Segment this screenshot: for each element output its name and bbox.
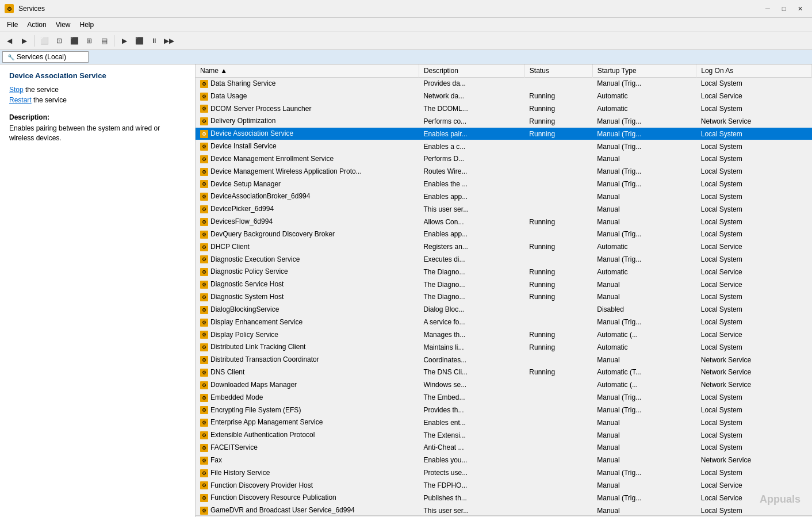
table-row[interactable]: ⚙DCOM Server Process Launcher The DCOML.… bbox=[196, 102, 812, 115]
toolbar-btn-5[interactable]: ▤ bbox=[97, 34, 111, 48]
toolbar-btn-1[interactable]: ⬜ bbox=[37, 34, 51, 48]
service-icon: ⚙ bbox=[200, 381, 208, 389]
service-name-cell: ⚙DeviceAssociationBroker_6d994 bbox=[196, 190, 419, 203]
table-row[interactable]: ⚙Distributed Link Tracking Client Mainta… bbox=[196, 341, 812, 354]
stop-link[interactable]: Stop bbox=[9, 86, 24, 94]
maximize-button[interactable]: □ bbox=[776, 3, 791, 14]
col-name[interactable]: Name ▲ bbox=[196, 64, 419, 78]
table-row[interactable]: ⚙Diagnostic System Host The Diagno... Ru… bbox=[196, 291, 812, 304]
service-startup-cell: Manual bbox=[592, 354, 696, 366]
toolbar-btn-2[interactable]: ⊡ bbox=[52, 34, 66, 48]
service-status-cell bbox=[524, 492, 592, 504]
table-row[interactable]: ⚙Distributed Transaction Coordinator Coo… bbox=[196, 354, 812, 366]
restart-button[interactable]: ▶▶ bbox=[162, 34, 176, 48]
service-logon-cell: Network Service bbox=[696, 115, 812, 128]
table-row[interactable]: ⚙GameDVR and Broadcast User Service_6d99… bbox=[196, 504, 812, 515]
stop-button[interactable]: ⬛ bbox=[132, 34, 146, 48]
table-row[interactable]: ⚙DevicesFlow_6d994 Allows Con... Running… bbox=[196, 216, 812, 228]
table-row[interactable]: ⚙Enterprise App Management Service Enabl… bbox=[196, 416, 812, 429]
table-row[interactable]: ⚙Display Policy Service Manages th... Ru… bbox=[196, 328, 812, 341]
table-row[interactable]: ⚙Data Sharing Service Provides da... Man… bbox=[196, 78, 812, 90]
service-startup-cell: Manual bbox=[592, 416, 696, 429]
service-startup-cell: Manual bbox=[592, 152, 696, 165]
service-startup-cell: Manual bbox=[592, 216, 696, 228]
service-status-cell: Running bbox=[524, 102, 592, 115]
menu-view[interactable]: View bbox=[51, 19, 75, 30]
table-row[interactable]: ⚙Delivery Optimization Performs co... Ru… bbox=[196, 115, 812, 128]
table-row[interactable]: ⚙Embedded Mode The Embed... Manual (Trig… bbox=[196, 391, 812, 404]
service-name-cell: ⚙File History Service bbox=[196, 466, 419, 479]
service-status-cell bbox=[524, 442, 592, 454]
service-logon-cell: Local System bbox=[696, 291, 812, 304]
toolbar-btn-3[interactable]: ⬛ bbox=[67, 34, 81, 48]
table-row[interactable]: ⚙DNS Client The DNS Cli... Running Autom… bbox=[196, 366, 812, 379]
service-startup-cell: Manual (Trig... bbox=[592, 178, 696, 190]
services-table[interactable]: Name ▲ Description Status Startup Type L… bbox=[196, 64, 812, 515]
menu-help[interactable]: Help bbox=[75, 19, 99, 30]
service-icon: ⚙ bbox=[200, 130, 208, 138]
table-row[interactable]: ⚙Fax Enables you... Manual Network Servi… bbox=[196, 454, 812, 466]
table-row[interactable]: ⚙DevQuery Background Discovery Broker En… bbox=[196, 228, 812, 240]
table-row[interactable]: ⚙DeviceAssociationBroker_6d994 Enables a… bbox=[196, 190, 812, 203]
service-desc-cell: Enables the ... bbox=[419, 178, 524, 190]
service-name-cell: ⚙Distributed Link Tracking Client bbox=[196, 341, 419, 354]
col-status[interactable]: Status bbox=[524, 64, 592, 78]
service-logon-cell: Local Service bbox=[696, 240, 812, 253]
menu-file[interactable]: File bbox=[2, 19, 22, 30]
minimize-button[interactable]: ─ bbox=[760, 3, 775, 14]
service-status-cell bbox=[524, 78, 592, 90]
service-startup-cell: Automatic bbox=[592, 341, 696, 354]
table-row[interactable]: ⚙Diagnostic Execution Service Executes d… bbox=[196, 253, 812, 266]
table-row[interactable]: ⚙Diagnostic Service Host The Diagno... R… bbox=[196, 278, 812, 291]
toolbar-btn-4[interactable]: ⊞ bbox=[82, 34, 96, 48]
table-row[interactable]: ⚙Downloaded Maps Manager Windows se... A… bbox=[196, 378, 812, 391]
service-icon: ⚙ bbox=[200, 293, 208, 301]
service-startup-cell: Manual bbox=[592, 429, 696, 442]
table-row[interactable]: ⚙Display Enhancement Service A service f… bbox=[196, 316, 812, 328]
col-startup[interactable]: Startup Type bbox=[592, 64, 696, 78]
close-button[interactable]: ✕ bbox=[792, 3, 807, 14]
service-desc-cell: Routes Wire... bbox=[419, 165, 524, 178]
service-icon: ⚙ bbox=[200, 481, 208, 489]
table-row[interactable]: ⚙Function Discovery Provider Host The FD… bbox=[196, 479, 812, 492]
table-row[interactable]: ⚙Device Setup Manager Enables the ... Ma… bbox=[196, 178, 812, 190]
stop-action: Stop the service bbox=[9, 86, 186, 94]
service-logon-cell: Local System bbox=[696, 316, 812, 328]
service-status-cell bbox=[524, 228, 592, 240]
col-desc[interactable]: Description bbox=[419, 64, 524, 78]
table-row[interactable]: ⚙Encrypting File System (EFS) Provides t… bbox=[196, 404, 812, 416]
service-name-cell: ⚙Diagnostic Policy Service bbox=[196, 266, 419, 278]
service-icon: ⚙ bbox=[200, 494, 208, 502]
table-row[interactable]: ⚙File History Service Protects use... Ma… bbox=[196, 466, 812, 479]
service-logon-cell: Network Service bbox=[696, 366, 812, 379]
service-name-cell: ⚙Enterprise App Management Service bbox=[196, 416, 419, 429]
restart-link[interactable]: Restart bbox=[9, 96, 32, 104]
service-icon: ⚙ bbox=[200, 281, 208, 289]
service-name-cell: ⚙Data Usage bbox=[196, 90, 419, 102]
col-logon[interactable]: Log On As bbox=[696, 64, 812, 78]
pause-button[interactable]: ⏸ bbox=[147, 34, 161, 48]
table-row[interactable]: ⚙FACEITService Anti-Cheat ... Manual Loc… bbox=[196, 442, 812, 454]
table-row[interactable]: ⚙Device Install Service Enables a c... M… bbox=[196, 140, 812, 153]
service-desc-cell: Network da... bbox=[419, 90, 524, 102]
table-row[interactable]: ⚙DHCP Client Registers an... Running Aut… bbox=[196, 240, 812, 253]
table-row[interactable]: ⚙Device Management Wireless Application … bbox=[196, 165, 812, 178]
table-row[interactable]: ⚙Device Management Enrollment Service Pe… bbox=[196, 152, 812, 165]
menu-action[interactable]: Action bbox=[22, 19, 51, 30]
service-name-cell: ⚙Device Management Enrollment Service bbox=[196, 152, 419, 165]
table-row[interactable]: ⚙Data Usage Network da... Running Automa… bbox=[196, 90, 812, 102]
service-status-cell: Running bbox=[524, 90, 592, 102]
nav-bar: 🔧 Services (Local) bbox=[0, 50, 812, 64]
table-row[interactable]: ⚙DevicePicker_6d994 This user ser... Man… bbox=[196, 203, 812, 216]
back-button[interactable]: ◀ bbox=[2, 34, 16, 48]
forward-button[interactable]: ▶ bbox=[17, 34, 31, 48]
service-status-cell bbox=[524, 429, 592, 442]
table-row[interactable]: ⚙Diagnostic Policy Service The Diagno...… bbox=[196, 266, 812, 278]
play-button[interactable]: ▶ bbox=[117, 34, 131, 48]
service-icon: ⚙ bbox=[200, 419, 208, 427]
table-row[interactable]: ⚙Extensible Authentication Protocol The … bbox=[196, 429, 812, 442]
table-row[interactable]: ⚙Device Association Service Enables pair… bbox=[196, 128, 812, 140]
table-row[interactable]: ⚙DialogBlockingService Dialog Bloc... Di… bbox=[196, 303, 812, 316]
table-row[interactable]: ⚙Function Discovery Resource Publication… bbox=[196, 492, 812, 504]
service-logon-cell: Local System bbox=[696, 165, 812, 178]
